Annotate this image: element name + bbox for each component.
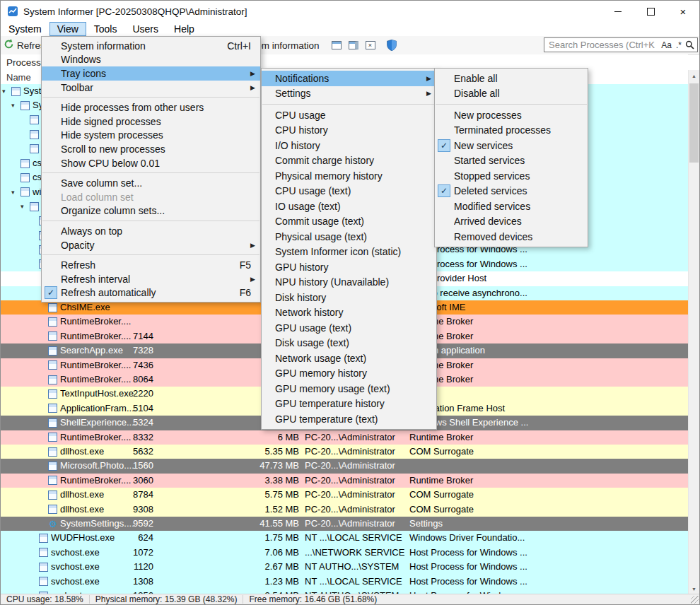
process-row-svchost-exe[interactable]: svchost.exe11202.67 MBNT AUTHO...\SYSTEM… (1, 560, 688, 574)
process-icon (21, 173, 30, 182)
match-case-toggle[interactable]: Aa (661, 40, 672, 50)
pane-close-icon[interactable]: × (364, 40, 376, 50)
menu-help[interactable]: Help (166, 22, 202, 36)
process-icon (21, 187, 30, 196)
menu-item-toolbar[interactable]: Toolbar▶ (42, 81, 260, 95)
process-row-runtimebroker[interactable]: RuntimeBroker....30603.38 MBPC-20...\Adm… (1, 474, 688, 488)
menu-item-save-column-set[interactable]: Save column set... (42, 176, 260, 190)
column-header-name[interactable]: Name (1, 72, 31, 83)
menu-item-npu-history-unavailable[interactable]: NPU history (Unavailable) (262, 275, 436, 290)
search-icon[interactable] (685, 40, 694, 49)
menu-item-removed-devices[interactable]: Removed devices (435, 229, 588, 245)
menu-item-refresh-interval[interactable]: Refresh interval▶ (42, 272, 260, 286)
panes-icon[interactable] (330, 40, 342, 50)
menu-item-terminated-processes[interactable]: Terminated processes (435, 123, 588, 139)
menu-item-hide-signed-processes[interactable]: Hide signed processes (42, 114, 260, 129)
menu-item-cpu-history[interactable]: CPU history (262, 123, 436, 139)
menu-view[interactable]: View (49, 22, 86, 36)
menu-item-i-o-history[interactable]: I/O history (262, 138, 436, 153)
menu-users[interactable]: Users (124, 22, 166, 36)
menu-item-disk-usage-text[interactable]: Disk usage (text) (262, 336, 436, 351)
menu-item-gpu-history[interactable]: GPU history (262, 259, 436, 275)
tree-expander-icon[interactable]: ▾ (11, 185, 21, 199)
menu-item-network-usage-text[interactable]: Network usage (text) (262, 351, 436, 366)
menu-item-new-services[interactable]: ✓New services (435, 138, 588, 153)
menu-item-system-information[interactable]: System informationCtrl+I (42, 39, 260, 53)
menu-item-started-services[interactable]: Started services (435, 153, 588, 169)
menu-item-organize-column-sets[interactable]: Organize column sets... (42, 204, 260, 218)
shield-icon[interactable] (385, 40, 397, 50)
process-row-svchost-exe[interactable]: svchost.exe13081.23 MBNT ...\LOCAL SERVI… (1, 575, 688, 589)
menu-item-commit-charge-history[interactable]: Commit charge history (262, 153, 436, 169)
process-row-dllhost-exe[interactable]: dllhost.exe56325.35 MBPC-20...\Administr… (1, 445, 688, 459)
menu-item-enable-all[interactable]: Enable all (435, 71, 588, 86)
menu-item-gpu-memory-history[interactable]: GPU memory history (262, 366, 436, 382)
process-pid: 3060 (119, 474, 153, 488)
menu-item-label: Settings (275, 88, 436, 99)
menu-item-windows[interactable]: Windows (42, 53, 260, 67)
process-description: Runtime Broker (409, 372, 685, 387)
process-row-microsoft-photo[interactable]: Microsoft.Photo....156047.73 MBPC-20...\… (1, 459, 688, 473)
maximize-button[interactable] (634, 1, 667, 22)
scroll-up-icon[interactable]: ▲ (689, 70, 699, 81)
process-row-dllhost-exe[interactable]: dllhost.exe87845.75 MBPC-20...\Administr… (1, 488, 688, 502)
menu-item-physical-usage-text[interactable]: Physical usage (text) (262, 229, 436, 245)
menu-item-notifications[interactable]: Notifications▶ (262, 71, 436, 86)
process-row-runtimebroker[interactable]: RuntimeBroker....83326 MBPC-20...\Admini… (1, 430, 688, 445)
process-description: Host Process for Windows ... (409, 575, 685, 589)
scrollbar-thumb[interactable] (689, 83, 699, 163)
menu-tools[interactable]: Tools (86, 22, 125, 36)
scroll-down-icon[interactable]: ▼ (689, 583, 699, 594)
menu-item-hide-processes-from-other-users[interactable]: Hide processes from other users (42, 100, 260, 114)
resize-grip[interactable] (691, 596, 699, 604)
menu-item-gpu-temperature-history[interactable]: GPU temperature history (262, 397, 436, 412)
menu-item-deleted-services[interactable]: ✓Deleted services (435, 184, 588, 199)
menu-item-gpu-usage-text[interactable]: GPU usage (text) (262, 320, 436, 336)
tree-expander-icon[interactable]: ▾ (21, 199, 30, 213)
process-row-dllhost-exe[interactable]: dllhost.exe93081.52 MBPC-20...\Administr… (1, 503, 688, 517)
menu-item-network-history[interactable]: Network history (262, 305, 436, 321)
menu-item-disk-history[interactable]: Disk history (262, 290, 436, 305)
pane-split-icon[interactable] (347, 40, 359, 50)
status-cpu-usage: CPU usage: 18.58% (1, 594, 89, 604)
menu-item-gpu-memory-usage-text[interactable]: GPU memory usage (text) (262, 381, 436, 397)
menu-item-system-informer-icon-static[interactable]: System Informer icon (static) (262, 245, 436, 260)
menu-item-refresh-automatically[interactable]: ✓Refresh automaticallyF6 (42, 286, 260, 300)
menu-item-tray-icons[interactable]: Tray icons▶ (42, 66, 260, 81)
menu-system[interactable]: System (1, 22, 49, 36)
process-row-systemsettings[interactable]: ⚙SystemSettings....959241.55 MBPC-20...\… (1, 517, 688, 531)
menu-item-cpu-usage[interactable]: CPU usage (262, 107, 436, 123)
menu-item-load-column-set[interactable]: Load column set (42, 190, 260, 204)
menu-item-new-processes[interactable]: New processes (435, 107, 588, 123)
menu-item-opacity[interactable]: Opacity▶ (42, 238, 260, 252)
menu-item-gpu-temperature-text[interactable]: GPU temperature (text) (262, 411, 436, 427)
tree-expander-icon[interactable]: ▾ (2, 84, 11, 98)
menu-item-io-usage-text[interactable]: IO usage (text) (262, 199, 436, 214)
process-description: Sink to receive asynchrono... (409, 286, 685, 300)
menu-item-always-on-top[interactable]: Always on top (42, 224, 260, 238)
tree-expander-icon[interactable]: ▾ (11, 98, 21, 112)
menu-item-hide-system-processes[interactable]: Hide system processes (42, 129, 260, 143)
menu-item-label: Refresh (61, 259, 240, 271)
minimize-button[interactable] (602, 1, 634, 22)
menu-item-stopped-services[interactable]: Stopped services (435, 168, 588, 184)
vertical-scrollbar[interactable]: ▲ ▼ (688, 70, 699, 594)
menu-item-show-cpu-below-0-01[interactable]: Show CPU below 0.01 (42, 156, 260, 170)
menu-item-modified-services[interactable]: Modified services (435, 199, 588, 214)
menu-item-arrived-devices[interactable]: Arrived devices (435, 214, 588, 230)
process-row-wudfhost-exe[interactable]: WUDFHost.exe6241.75 MBNT ...\LOCAL SERVI… (1, 531, 688, 545)
menu-item-disable-all[interactable]: Disable all (435, 86, 588, 102)
search-input[interactable] (544, 40, 659, 50)
menu-item-scroll-to-new-processes[interactable]: Scroll to new processes (42, 142, 260, 156)
menu-item-settings[interactable]: Settings▶ (262, 86, 436, 102)
view-menu: System informationCtrl+IWindowsTray icon… (41, 36, 261, 302)
menu-item-physical-memory-history[interactable]: Physical memory history (262, 168, 436, 184)
close-button[interactable]: × (667, 1, 699, 22)
menu-item-cpu-usage-text[interactable]: CPU usage (text) (262, 184, 436, 199)
menu-item-commit-usage-text[interactable]: Commit usage (text) (262, 214, 436, 230)
menu-item-refresh[interactable]: RefreshF5 (42, 258, 260, 272)
menu-item-label: Windows (61, 54, 260, 65)
process-row-svchost-exe[interactable]: svchost.exe10727.06 MB...\NETWORK SERVIC… (1, 546, 688, 560)
menu-item-label: Network history (275, 307, 436, 318)
regex-toggle[interactable]: .* (676, 40, 682, 50)
